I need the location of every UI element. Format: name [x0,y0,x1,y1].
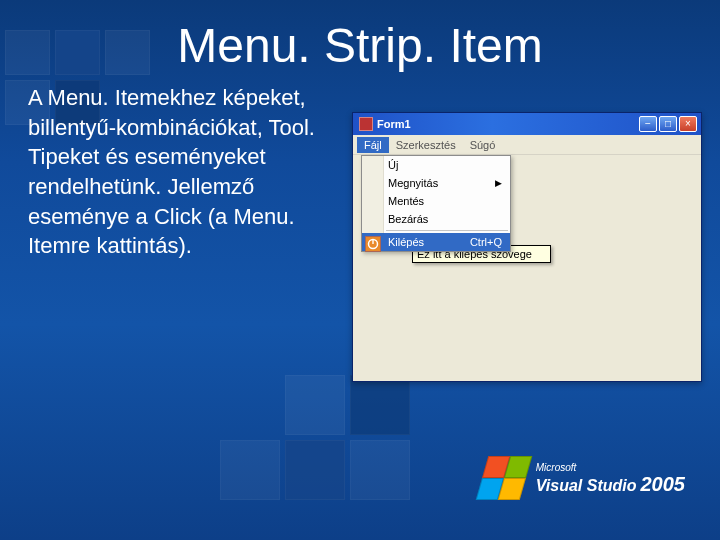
menuitem-new[interactable]: Új [362,156,510,174]
visual-studio-logo: Microsoft Visual Studio 2005 [482,456,685,500]
exit-icon [365,236,381,252]
menuitem-label: Bezárás [388,213,428,225]
menu-edit[interactable]: Szerkesztés [389,137,463,153]
file-dropdown: Új Megnyitás ▶ Mentés Bezárás Kilépés Ct… [361,155,511,252]
logo-year: 2005 [641,473,686,495]
menu-file[interactable]: Fájl [357,137,389,153]
menuitem-open[interactable]: Megnyitás ▶ [362,174,510,192]
menubar[interactable]: Fájl Szerkesztés Súgó [353,135,701,155]
close-button[interactable]: × [679,116,697,132]
window-titlebar[interactable]: Form1 − □ × [353,113,701,135]
menuitem-exit[interactable]: Kilépés Ctrl+Q [362,233,510,251]
menu-help[interactable]: Súgó [463,137,503,153]
logo-brand: Microsoft [536,462,685,473]
menuitem-label: Mentés [388,195,424,207]
menuitem-label: Megnyitás [388,177,438,189]
svg-rect-1 [372,239,373,244]
slide-title: Menu. Strip. Item [0,0,720,73]
menuitem-label: Kilépés [388,236,424,248]
menuitem-save[interactable]: Mentés [362,192,510,210]
menuitem-label: Új [388,159,398,171]
window-app-icon [359,117,373,131]
menu-separator [386,230,508,231]
logo-product: Visual Studio [536,477,637,495]
app-window: Form1 − □ × Fájl Szerkesztés Súgó Új Meg… [352,112,702,382]
window-title: Form1 [377,118,639,130]
microsoft-flag-icon [475,456,532,500]
slide-paragraph: A Menu. Itemekhez képeket, billentyű-kom… [28,83,338,261]
menuitem-shortcut: Ctrl+Q [470,236,502,248]
minimize-button[interactable]: − [639,116,657,132]
chevron-right-icon: ▶ [495,178,502,188]
maximize-button[interactable]: □ [659,116,677,132]
menuitem-close[interactable]: Bezárás [362,210,510,228]
